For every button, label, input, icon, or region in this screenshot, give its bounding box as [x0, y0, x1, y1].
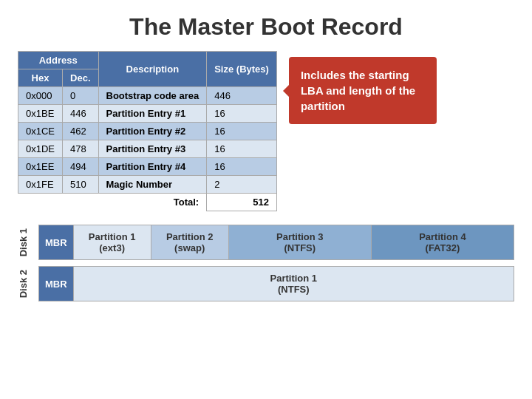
cell-description: Bootstrap code area — [98, 87, 207, 105]
table-row: 0x1BE446Partition Entry #116 — [18, 105, 277, 123]
cell-description: Partition Entry #2 — [98, 123, 207, 140]
table-row: 0x1CE462Partition Entry #216 — [18, 123, 277, 140]
col-size-header: Size (Bytes) — [207, 52, 277, 87]
cell-dec: 446 — [63, 105, 98, 123]
cell-hex: 0x1FE — [18, 176, 63, 194]
mbr-table: Address Description Size (Bytes) Hex Dec… — [18, 51, 277, 211]
callout-text: Includes the starting LBA and length of … — [301, 69, 415, 112]
cell-size: 446 — [207, 87, 277, 105]
cell-dec: 478 — [63, 140, 98, 158]
disk-1-partition-2: Partition 2 (swap) — [151, 225, 229, 260]
cell-hex: 0x1DE — [18, 140, 63, 158]
disk-1-partition-1: Partition 1 (ext3) — [74, 225, 151, 260]
cell-size: 2 — [207, 176, 277, 194]
disk-mbr-2: MBR — [38, 266, 74, 301]
cell-hex: 0x1CE — [18, 123, 63, 140]
cell-dec: 510 — [63, 176, 98, 194]
col-dec-header: Dec. — [63, 69, 98, 87]
cell-hex: 0x1EE — [18, 158, 63, 176]
disk-section: Disk 1MBRPartition 1 (ext3)Partition 2 (… — [0, 225, 532, 301]
cell-size: 16 — [207, 140, 277, 158]
cell-description: Partition Entry #1 — [98, 105, 207, 123]
disk-row-2: Disk 2MBRPartition 1 (NTFS) — [18, 266, 514, 301]
disk-label-2: Disk 2 — [18, 270, 31, 298]
table-row: 0x1EE494Partition Entry #416 — [18, 158, 277, 176]
cell-hex: 0x1BE — [18, 105, 63, 123]
cell-description: Partition Entry #4 — [98, 158, 207, 176]
col-description-header: Description — [98, 52, 207, 87]
disk-mbr-1: MBR — [38, 225, 74, 260]
cell-dec: 494 — [63, 158, 98, 176]
disk-1-partition-3: Partition 3 (NTFS) — [229, 225, 372, 260]
disk-2-partition-1: Partition 1 (NTFS) — [74, 266, 514, 301]
mbr-table-wrap: Address Description Size (Bytes) Hex Dec… — [18, 51, 277, 211]
total-value: 512 — [207, 194, 277, 211]
cell-description: Partition Entry #3 — [98, 140, 207, 158]
disk-row-1: Disk 1MBRPartition 1 (ext3)Partition 2 (… — [18, 225, 514, 260]
col-address-header: Address — [18, 52, 99, 69]
cell-size: 16 — [207, 123, 277, 140]
col-hex-header: Hex — [18, 69, 63, 87]
cell-dec: 462 — [63, 123, 98, 140]
cell-description: Magic Number — [98, 176, 207, 194]
table-row: 0x1DE478Partition Entry #316 — [18, 140, 277, 158]
total-label: Total: — [18, 194, 207, 211]
cell-size: 16 — [207, 158, 277, 176]
disk-1-partition-4: Partition 4 (FAT32) — [372, 225, 514, 260]
main-content: Address Description Size (Bytes) Hex Dec… — [0, 51, 532, 211]
cell-size: 16 — [207, 105, 277, 123]
callout-box: Includes the starting LBA and length of … — [289, 57, 437, 124]
page-title: The Master Boot Record — [0, 0, 532, 51]
disk-label-1: Disk 1 — [18, 228, 31, 256]
cell-hex: 0x000 — [18, 87, 63, 105]
total-row: Total:512 — [18, 194, 277, 211]
table-row: 0x0000Bootstrap code area446 — [18, 87, 277, 105]
cell-dec: 0 — [63, 87, 98, 105]
table-row: 0x1FE510Magic Number2 — [18, 176, 277, 194]
